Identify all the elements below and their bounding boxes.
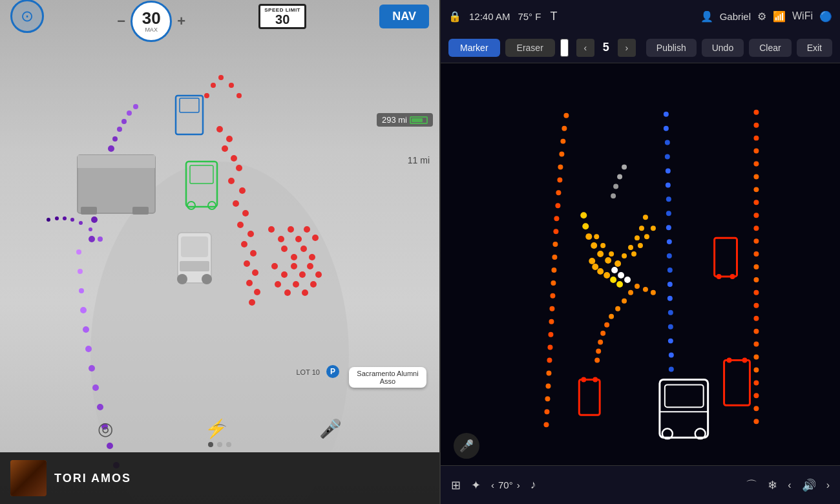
wiper-icon[interactable]: ⌒ bbox=[212, 421, 227, 442]
svg-point-36 bbox=[236, 165, 242, 171]
svg-point-31 bbox=[89, 236, 95, 242]
battery-value: 293 mi bbox=[382, 115, 407, 125]
svg-point-197 bbox=[631, 251, 636, 257]
svg-point-105 bbox=[551, 280, 556, 286]
svg-point-145 bbox=[665, 154, 670, 160]
svg-point-114 bbox=[545, 396, 550, 401]
svg-point-51 bbox=[278, 236, 284, 242]
color-swatch[interactable] bbox=[560, 39, 569, 57]
status-right: 👤 Gabriel ⚙ 📶 WiFi 🔵 bbox=[700, 10, 832, 23]
exit-button[interactable]: Exit bbox=[797, 39, 832, 57]
svg-point-107 bbox=[549, 306, 554, 311]
svg-point-69 bbox=[302, 289, 308, 296]
mic-icon-left[interactable]: 🎤 bbox=[319, 418, 342, 439]
svg-point-133 bbox=[753, 316, 759, 321]
home-screen-icon[interactable]: ⊞ bbox=[451, 478, 461, 492]
nav-button[interactable]: NAV bbox=[379, 5, 429, 28]
svg-point-10 bbox=[79, 288, 84, 293]
left-top-bar: ⊙ − 30 MAX + SPEED LIMIT 30 NAV bbox=[0, 0, 439, 32]
svg-point-45 bbox=[244, 260, 250, 267]
svg-point-136 bbox=[753, 355, 759, 360]
camera-icon: ◎ bbox=[98, 418, 113, 439]
drawing-canvas[interactable] bbox=[441, 63, 840, 465]
svg-point-206 bbox=[742, 358, 747, 363]
volume-icon[interactable]: 🔊 bbox=[802, 478, 816, 492]
temp-down-arrow[interactable]: ‹ bbox=[491, 479, 494, 490]
svg-point-179 bbox=[616, 281, 623, 288]
svg-point-141 bbox=[753, 419, 759, 424]
svg-point-5 bbox=[92, 384, 99, 391]
svg-point-172 bbox=[628, 245, 633, 250]
svg-point-171 bbox=[622, 253, 627, 258]
svg-point-41 bbox=[237, 222, 244, 228]
volume-forward-arrow[interactable]: › bbox=[826, 479, 830, 491]
speed-circle: 30 MAX bbox=[131, 1, 172, 42]
svg-point-217 bbox=[613, 184, 618, 189]
svg-point-139 bbox=[753, 393, 759, 398]
svg-point-88 bbox=[177, 274, 187, 284]
defrost-icon[interactable]: ❄ bbox=[768, 478, 777, 492]
speed-limit-value: 30 bbox=[264, 13, 300, 26]
dot-3 bbox=[226, 442, 231, 447]
media-card[interactable]: TORI AMOS bbox=[0, 452, 439, 504]
fan-icon[interactable]: ✦ bbox=[471, 478, 481, 492]
location-label: Sacramento Alumni Asso bbox=[349, 367, 426, 388]
svg-point-163 bbox=[597, 251, 604, 257]
temp-up-arrow[interactable]: › bbox=[517, 479, 520, 490]
music-icon[interactable]: ♪ bbox=[530, 478, 536, 492]
svg-point-22 bbox=[121, 119, 127, 124]
settings-icon[interactable]: ⚙ bbox=[757, 10, 766, 23]
steering-wheel-icon: ⊙ bbox=[10, 0, 44, 33]
svg-point-216 bbox=[617, 174, 622, 179]
autopilot-panel: ⊙ − 30 MAX + SPEED LIMIT 30 NAV 293 mi 1… bbox=[0, 0, 439, 504]
eraser-button[interactable]: Eraser bbox=[505, 39, 555, 57]
svg-point-68 bbox=[293, 281, 299, 288]
battery-bar: 293 mi bbox=[377, 113, 433, 127]
wiper-icon-right[interactable]: ⌒ bbox=[746, 478, 757, 493]
status-bar: 🔒 12:40 AM 75° F T 👤 Gabriel ⚙ 📶 WiFi 🔵 bbox=[441, 0, 840, 32]
svg-point-58 bbox=[300, 246, 307, 252]
page-next-button[interactable]: › bbox=[618, 39, 636, 57]
svg-point-74 bbox=[229, 83, 234, 88]
svg-point-109 bbox=[548, 332, 553, 337]
svg-point-123 bbox=[753, 187, 759, 192]
svg-point-97 bbox=[557, 177, 562, 182]
volume-back-arrow[interactable]: ‹ bbox=[788, 479, 791, 491]
svg-point-99 bbox=[555, 203, 560, 208]
svg-point-169 bbox=[600, 243, 605, 248]
clear-button[interactable]: Clear bbox=[749, 39, 791, 57]
lock-icon: 🔒 bbox=[448, 10, 461, 23]
svg-point-177 bbox=[618, 272, 624, 278]
mic-button-right[interactable]: 🎤 bbox=[454, 433, 479, 459]
svg-point-188 bbox=[609, 314, 614, 319]
svg-point-132 bbox=[753, 303, 759, 308]
temp-control[interactable]: ‹ 70° › bbox=[491, 479, 520, 490]
svg-point-34 bbox=[222, 145, 228, 152]
battery-icon bbox=[410, 116, 428, 124]
temp-value: 70° bbox=[498, 479, 513, 490]
svg-point-66 bbox=[275, 281, 281, 288]
user-name: Gabriel bbox=[720, 11, 751, 22]
speed-decrease[interactable]: − bbox=[117, 13, 125, 30]
page-prev-button[interactable]: ‹ bbox=[576, 39, 594, 57]
svg-point-152 bbox=[667, 253, 672, 258]
svg-point-151 bbox=[667, 239, 672, 244]
svg-point-153 bbox=[667, 268, 673, 273]
svg-point-195 bbox=[643, 287, 648, 292]
svg-point-72 bbox=[211, 83, 216, 88]
svg-point-44 bbox=[250, 250, 257, 257]
svg-point-116 bbox=[543, 422, 549, 427]
drawing-svg bbox=[441, 63, 840, 465]
svg-point-108 bbox=[549, 319, 554, 324]
svg-point-70 bbox=[310, 281, 317, 288]
svg-rect-90 bbox=[180, 261, 209, 271]
svg-point-19 bbox=[47, 218, 50, 222]
speed-control[interactable]: − 30 MAX + bbox=[117, 1, 185, 42]
speed-increase[interactable]: + bbox=[177, 13, 185, 30]
svg-point-62 bbox=[291, 263, 297, 269]
marker-button[interactable]: Marker bbox=[448, 39, 500, 57]
undo-button[interactable]: Undo bbox=[702, 39, 744, 57]
publish-button[interactable]: Publish bbox=[646, 39, 697, 57]
svg-point-95 bbox=[559, 152, 564, 157]
svg-point-20 bbox=[133, 104, 138, 109]
